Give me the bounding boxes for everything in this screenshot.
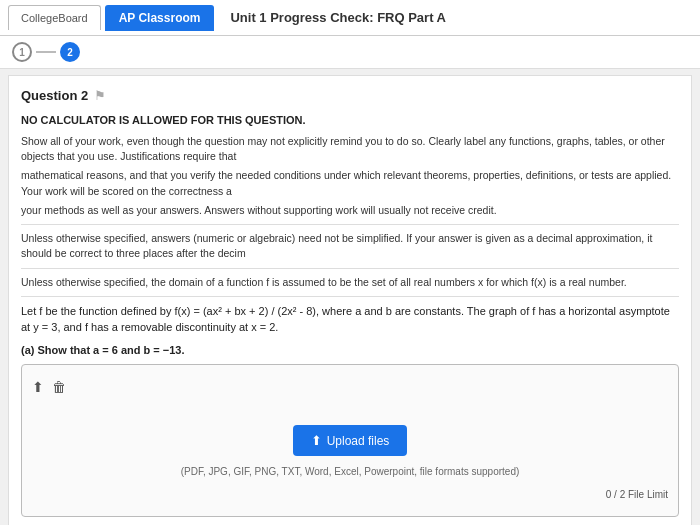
instruction-5: Unless otherwise specified, the domain o… [21,275,679,290]
tab-group: CollegeBoard AP Classroom Unit 1 Progres… [8,5,446,31]
separator-3 [21,296,679,297]
problem-text: Let f be the function defined by f(x) = … [21,303,679,336]
tab-title: Unit 1 Progress Check: FRQ Part A [230,10,446,25]
separator-2 [21,268,679,269]
tab-college-board[interactable]: CollegeBoard [8,5,101,30]
separator-1 [21,224,679,225]
tab-ap-classroom[interactable]: AP Classroom [105,5,215,31]
upload-btn-label: Upload files [327,434,390,448]
part-a-label: (a) Show that a = 6 and b = −13. [21,342,679,359]
instruction-3: your methods as well as your answers. An… [21,203,679,218]
instruction-2: mathematical reasons, and that you verif… [21,168,679,198]
question-title: Question 2 [21,86,88,106]
step-2[interactable]: 2 [60,42,80,62]
upload-toolbar: ⬆ 🗑 [32,379,668,395]
step-line [36,51,56,53]
step-1[interactable]: 1 [12,42,32,62]
flag-icon[interactable]: ⚑ [94,86,106,106]
upload-arrow-button[interactable]: ⬆ [32,379,44,395]
upload-files-button[interactable]: ⬆ Upload files [293,425,408,456]
no-calculator-notice: NO CALCULATOR IS ALLOWED FOR THIS QUESTI… [21,112,679,129]
upload-btn-icon: ⬆ [311,433,322,448]
breadcrumb: 1 2 [0,36,700,69]
instruction-4: Unless otherwise specified, answers (num… [21,231,679,261]
top-bar: CollegeBoard AP Classroom Unit 1 Progres… [0,0,700,36]
content-area: Question 2 ⚑ NO CALCULATOR IS ALLOWED FO… [8,75,692,525]
instruction-1: Show all of your work, even though the q… [21,134,679,164]
upload-limit: 0 / 2 File Limit [32,487,668,502]
upload-center: ⬆ Upload files (PDF, JPG, GIF, PNG, TXT,… [32,425,668,479]
delete-button[interactable]: 🗑 [52,379,66,395]
question-header: Question 2 ⚑ [21,86,679,106]
upload-formats: (PDF, JPG, GIF, PNG, TXT, Word, Excel, P… [181,464,520,479]
upload-box: ⬆ 🗑 ⬆ Upload files (PDF, JPG, GIF, PNG, … [21,364,679,517]
